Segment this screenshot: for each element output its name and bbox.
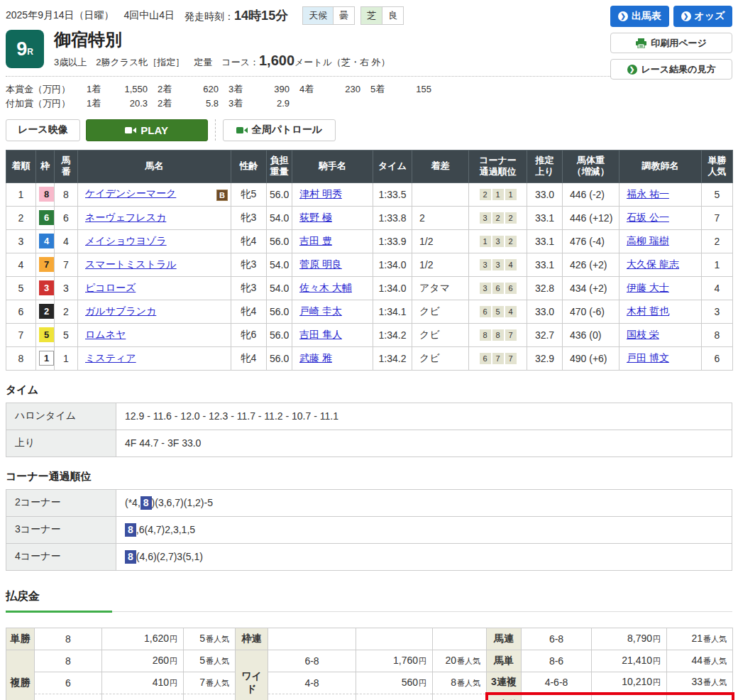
horse-name-link[interactable]: メイショウヨゾラ bbox=[85, 235, 167, 246]
race-video-button[interactable]: レース映像 bbox=[6, 119, 80, 141]
wide-payout: 1,070円 bbox=[356, 694, 433, 700]
race-title-block: 御宿特別 3歳以上 2勝クラス牝［指定］ 定量 コース：1,600メートル（芝・… bbox=[54, 30, 390, 69]
sex-age: 牝4 bbox=[231, 229, 267, 253]
weight-carried: 56.0 bbox=[267, 300, 292, 323]
quinella-popularity: 21番人気 bbox=[667, 628, 733, 650]
corner-order-text: (4,6)(2,7)3(5,1) bbox=[136, 551, 203, 562]
trainer-link[interactable]: 大久保 龍志 bbox=[627, 258, 679, 270]
play-button[interactable]: PLAY bbox=[86, 119, 208, 141]
printer-icon bbox=[636, 38, 646, 48]
corner-pass-box: 4 bbox=[505, 306, 517, 317]
corner-pass-box: 2 bbox=[505, 212, 517, 224]
race-conditions-suffix: メートル（芝・右 外） bbox=[294, 57, 390, 67]
prize-value: 390 bbox=[253, 84, 290, 94]
race-header: 2025年9月14日（日曜） 4回中山4日 発走時刻：14時15分 天候曇 芝良… bbox=[6, 6, 732, 77]
trainer-link[interactable]: 戸田 博文 bbox=[627, 352, 669, 363]
horse-name-link[interactable]: ミスティア bbox=[85, 352, 136, 363]
jockey-link[interactable]: 戸崎 圭太 bbox=[299, 305, 342, 317]
prize-place: 1着 bbox=[87, 97, 111, 110]
corner-pass-box: 8 bbox=[492, 329, 504, 341]
start-time-label: 発走時刻： bbox=[184, 11, 234, 22]
race-conditions: 3歳以上 2勝クラス牝［指定］ 定量 コース：1,600メートル（芝・右 外） bbox=[54, 53, 390, 69]
place-number: 4 bbox=[35, 694, 102, 700]
last-furlongs-value: 4F 44.7 - 3F 33.0 bbox=[116, 430, 732, 456]
wide-number: 4-8 bbox=[268, 672, 356, 694]
odds-button[interactable]: ❯オッズ bbox=[673, 6, 732, 27]
last-furlongs-label: 上り bbox=[6, 430, 116, 456]
prize-value: 5.8 bbox=[182, 98, 219, 109]
finish-time: 1:33.5 bbox=[373, 182, 412, 206]
corner-pass-box: 3 bbox=[492, 236, 504, 247]
jockey-link[interactable]: 吉田 豊 bbox=[299, 235, 332, 246]
last-3f: 32.8 bbox=[527, 276, 563, 300]
corner-order-text: )(3,6,7)(1,2)-5 bbox=[152, 497, 213, 508]
corner-label: 4コーナー bbox=[6, 543, 116, 570]
corner-pass-box: 2 bbox=[492, 212, 504, 224]
horse-name-link[interactable]: ケイデンシーマーク bbox=[85, 187, 176, 199]
win-popularity: 3 bbox=[702, 300, 733, 323]
wide-payout: 560円 bbox=[356, 672, 433, 694]
exacta-number: 8-6 bbox=[522, 650, 592, 672]
jockey-link[interactable]: 津村 明秀 bbox=[299, 188, 342, 199]
horse-number: 1 bbox=[55, 346, 78, 370]
race-number-suffix: R bbox=[27, 47, 33, 57]
rank: 5 bbox=[6, 276, 36, 300]
horse-name-link[interactable]: ピコローズ bbox=[85, 282, 136, 293]
place-popularity: 5番人気 bbox=[184, 650, 236, 672]
winner-number-highlight: 8 bbox=[125, 550, 136, 564]
horse-number: 7 bbox=[55, 253, 78, 276]
rank: 7 bbox=[6, 323, 36, 346]
frame-badge: 1 bbox=[39, 351, 54, 366]
horse-name-link[interactable]: ガルサブランカ bbox=[85, 305, 156, 317]
payout-row: 単勝 8 1,620円 5番人気 枠連 馬連 6-8 8,790円 21番人気 bbox=[6, 628, 733, 650]
trainer-link[interactable]: 福永 祐一 bbox=[627, 188, 669, 199]
corner-pass-box: 7 bbox=[505, 329, 517, 341]
trainer-link[interactable]: 木村 哲也 bbox=[627, 305, 669, 317]
jockey-link[interactable]: 武藤 雅 bbox=[299, 352, 332, 363]
corner-row: 3コーナー 8,6(4,7)2,3,1,5 bbox=[6, 516, 732, 543]
horse-number: 2 bbox=[55, 300, 78, 323]
last-3f: 33.1 bbox=[527, 253, 563, 276]
jockey-link[interactable]: 佐々木 大輔 bbox=[299, 282, 352, 293]
place-payout: 160円 bbox=[102, 694, 184, 700]
race-result-page: 2025年9月14日（日曜） 4回中山4日 発走時刻：14時15分 天候曇 芝良… bbox=[0, 0, 738, 700]
horse-name-link[interactable]: ネーヴェフレスカ bbox=[85, 212, 166, 223]
col-time: タイム bbox=[373, 150, 412, 182]
video-camera-icon bbox=[236, 126, 248, 134]
margin: 1/2 bbox=[412, 229, 469, 253]
result-guide-button[interactable]: ❯レース結果の見方 bbox=[610, 59, 732, 80]
horse-weight: 426 (+2) bbox=[563, 253, 619, 276]
margin: 1/2 bbox=[412, 253, 469, 276]
horse-name-link[interactable]: ロムネヤ bbox=[85, 329, 126, 340]
last-3f: 32.7 bbox=[527, 323, 563, 346]
jockey-link[interactable]: 菅原 明良 bbox=[299, 258, 342, 270]
prize-place: 2着 bbox=[158, 97, 182, 110]
margin: クビ bbox=[412, 300, 469, 323]
winner-number-highlight: 8 bbox=[141, 496, 152, 510]
entries-button[interactable]: ❯出馬表 bbox=[610, 6, 669, 27]
jockey-link[interactable]: 荻野 極 bbox=[299, 212, 332, 223]
trainer-link[interactable]: 国枝 栄 bbox=[627, 329, 659, 340]
prize-place: 1着 bbox=[87, 83, 111, 96]
corner-order-text: (*4, bbox=[125, 497, 141, 508]
finish-time: 1:34.1 bbox=[373, 300, 412, 323]
place-label: 複勝 bbox=[6, 650, 35, 700]
corner-pass-box: 6 bbox=[480, 306, 491, 317]
horse-name-link[interactable]: スマートミストラル bbox=[85, 258, 177, 270]
corner-pass-box: 8 bbox=[480, 329, 491, 341]
margin: アタマ bbox=[412, 276, 469, 300]
win-popularity: 7 bbox=[702, 206, 733, 229]
col-margin: 着差 bbox=[412, 150, 469, 182]
trainer-link[interactable]: 伊藤 大士 bbox=[627, 282, 669, 293]
col-popularity: 単勝 人気 bbox=[702, 150, 733, 182]
race-title: 御宿特別 bbox=[54, 30, 390, 50]
jockey-link[interactable]: 吉田 隼人 bbox=[299, 329, 342, 340]
corner-pass-box: 6 bbox=[480, 353, 491, 364]
patrol-video-button[interactable]: 全周パトロール bbox=[223, 119, 336, 141]
print-page-button[interactable]: 印刷用ページ bbox=[610, 33, 732, 53]
last-3f: 33.1 bbox=[527, 229, 563, 253]
trainer-link[interactable]: 石坂 公一 bbox=[627, 212, 669, 223]
trainer-link[interactable]: 高柳 瑞樹 bbox=[627, 235, 669, 246]
sex-age: 牝3 bbox=[231, 206, 267, 229]
horse-weight: 476 (-4) bbox=[563, 229, 619, 253]
